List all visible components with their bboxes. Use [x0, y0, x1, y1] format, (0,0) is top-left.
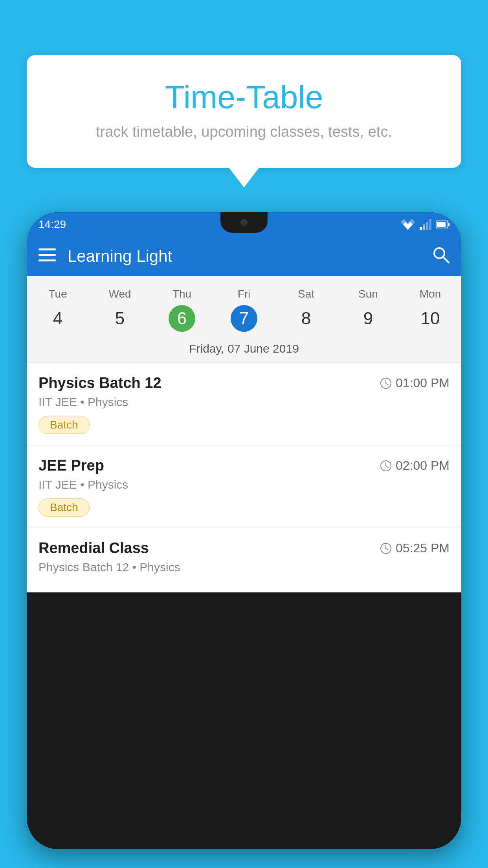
svg-line-16	[386, 383, 388, 385]
day-number[interactable]: 4	[44, 305, 71, 332]
schedule-item-subtitle: IIT JEE • Physics	[39, 478, 449, 491]
schedule-item[interactable]: Remedial Class05:25 PMPhysics Batch 12 •…	[27, 528, 461, 592]
calendar-day-tue[interactable]: Tue4	[27, 284, 89, 336]
schedule-item-title: Remedial Class	[39, 540, 149, 557]
app-bar-title: Learning Light	[68, 247, 432, 266]
day-number[interactable]: 5	[106, 305, 133, 332]
day-label: Tue	[48, 288, 67, 300]
speech-bubble-subtitle: track timetable, upcoming classes, tests…	[42, 123, 446, 140]
svg-line-19	[386, 466, 388, 467]
svg-rect-4	[426, 222, 428, 230]
signal-icon	[420, 219, 431, 230]
schedule-item-header: Remedial Class05:25 PM	[39, 540, 449, 557]
wifi-icon	[401, 219, 415, 230]
speech-bubble-title: Time-Table	[42, 79, 446, 116]
day-number[interactable]: 7	[231, 305, 257, 332]
app-bar: Learning Light	[27, 237, 461, 276]
day-number[interactable]: 9	[355, 305, 382, 332]
schedule-item-subtitle: IIT JEE • Physics	[39, 395, 449, 409]
schedule-item[interactable]: JEE Prep02:00 PMIIT JEE • PhysicsBatch	[27, 445, 461, 528]
clock-icon	[380, 460, 392, 472]
schedule-list: Physics Batch 1201:00 PMIIT JEE • Physic…	[27, 363, 461, 592]
status-icons	[401, 219, 449, 230]
svg-rect-7	[437, 222, 446, 227]
battery-icon	[436, 220, 449, 229]
calendar-day-sun[interactable]: Sun9	[337, 284, 399, 336]
calendar-day-thu[interactable]: Thu6	[151, 284, 213, 336]
day-label: Mon	[420, 288, 441, 300]
day-label: Thu	[172, 288, 191, 300]
clock-icon	[380, 377, 392, 389]
hamburger-menu-icon[interactable]	[39, 248, 56, 264]
day-label: Sat	[298, 288, 314, 300]
calendar-date-label: Friday, 07 June 2019	[27, 336, 461, 363]
schedule-item-header: JEE Prep02:00 PM	[39, 457, 449, 474]
svg-rect-5	[429, 219, 431, 230]
schedule-item-time: 05:25 PM	[380, 541, 449, 555]
notch	[220, 212, 268, 233]
schedule-item-time: 02:00 PM	[380, 458, 449, 473]
batch-tag: Batch	[39, 498, 90, 517]
svg-line-22	[386, 548, 388, 550]
camera-dot	[240, 219, 248, 226]
batch-tag: Batch	[39, 416, 90, 434]
schedule-item-subtitle: Physics Batch 12 • Physics	[39, 561, 449, 574]
calendar-day-fri[interactable]: Fri7	[213, 284, 275, 336]
svg-rect-8	[448, 223, 449, 226]
day-number[interactable]: 10	[417, 305, 444, 332]
schedule-item[interactable]: Physics Batch 1201:00 PMIIT JEE • Physic…	[27, 363, 461, 445]
day-number[interactable]: 8	[293, 305, 319, 332]
svg-rect-3	[423, 224, 425, 230]
day-label: Wed	[108, 288, 131, 300]
svg-rect-9	[39, 248, 56, 250]
search-icon[interactable]	[432, 246, 449, 267]
day-label: Sun	[358, 288, 378, 300]
speech-bubble-container: Time-Table track timetable, upcoming cla…	[27, 55, 461, 168]
calendar-week-days: Tue4Wed5Thu6Fri7Sat8Sun9Mon10	[27, 276, 461, 336]
calendar-container: Tue4Wed5Thu6Fri7Sat8Sun9Mon10 Friday, 07…	[27, 276, 461, 363]
schedule-item-time: 01:00 PM	[380, 376, 449, 390]
calendar-day-mon[interactable]: Mon10	[399, 284, 461, 336]
phone-frame: 14:29	[27, 212, 461, 849]
svg-rect-2	[420, 227, 422, 230]
svg-rect-10	[39, 254, 56, 256]
schedule-item-header: Physics Batch 1201:00 PM	[39, 375, 449, 392]
svg-line-13	[443, 257, 449, 263]
day-label: Fri	[238, 288, 251, 300]
clock-icon	[380, 542, 392, 554]
calendar-day-sat[interactable]: Sat8	[275, 284, 337, 336]
schedule-item-title: Physics Batch 12	[39, 375, 161, 392]
svg-rect-11	[39, 259, 56, 261]
speech-bubble: Time-Table track timetable, upcoming cla…	[27, 55, 461, 168]
status-time: 14:29	[39, 218, 66, 231]
status-bar: 14:29	[27, 212, 461, 237]
calendar-day-wed[interactable]: Wed5	[89, 284, 151, 336]
day-number[interactable]: 6	[169, 305, 195, 332]
schedule-item-title: JEE Prep	[39, 457, 104, 474]
